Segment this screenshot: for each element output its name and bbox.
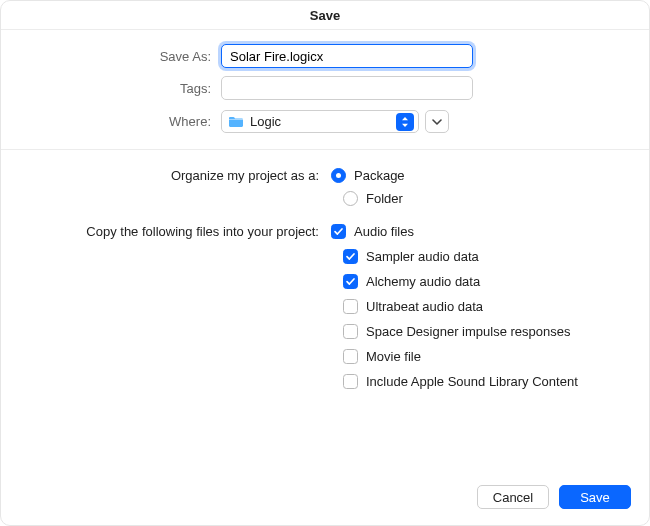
copy-check-4[interactable] (343, 324, 358, 339)
organize-folder-label: Folder (366, 191, 403, 206)
save-as-input[interactable] (221, 44, 473, 68)
copy-label-6: Include Apple Sound Library Content (366, 374, 578, 389)
copy-check-6[interactable] (343, 374, 358, 389)
save-button-label: Save (580, 490, 610, 505)
dialog-title: Save (1, 1, 649, 30)
file-fields-section: Save As: Tags: Where: (1, 30, 649, 145)
updown-arrows-icon (396, 113, 414, 131)
save-dialog: Save Save As: Tags: Where: (0, 0, 650, 526)
organize-package-radio[interactable] (331, 168, 346, 183)
save-as-label: Save As: (25, 49, 221, 64)
copy-check-3[interactable] (343, 299, 358, 314)
copy-check-2[interactable] (343, 274, 358, 289)
copy-check-0[interactable] (331, 224, 346, 239)
organize-package-label: Package (354, 168, 405, 183)
where-label: Where: (25, 114, 221, 129)
organize-label: Organize my project as a: (25, 168, 331, 183)
dialog-footer: Cancel Save (1, 473, 649, 525)
copy-check-5[interactable] (343, 349, 358, 364)
tags-input[interactable] (221, 76, 473, 100)
tags-label: Tags: (25, 81, 221, 96)
copy-label-1: Sampler audio data (366, 249, 479, 264)
organize-folder-radio[interactable] (343, 191, 358, 206)
copy-label-0: Audio files (354, 224, 414, 239)
cancel-button[interactable]: Cancel (477, 485, 549, 509)
copy-check-1[interactable] (343, 249, 358, 264)
copy-label-4: Space Designer impulse responses (366, 324, 571, 339)
cancel-button-label: Cancel (493, 490, 533, 505)
options-section: Organize my project as a: Package Folder… (1, 150, 649, 473)
chevron-down-icon (432, 119, 442, 125)
expand-dialog-button[interactable] (425, 110, 449, 133)
copy-label-3: Ultrabeat audio data (366, 299, 483, 314)
copy-label: Copy the following files into your proje… (25, 224, 331, 239)
copy-label-5: Movie file (366, 349, 421, 364)
where-value: Logic (250, 114, 390, 129)
folder-icon (228, 115, 244, 128)
copy-label-2: Alchemy audio data (366, 274, 480, 289)
where-popup[interactable]: Logic (221, 110, 419, 133)
save-button[interactable]: Save (559, 485, 631, 509)
